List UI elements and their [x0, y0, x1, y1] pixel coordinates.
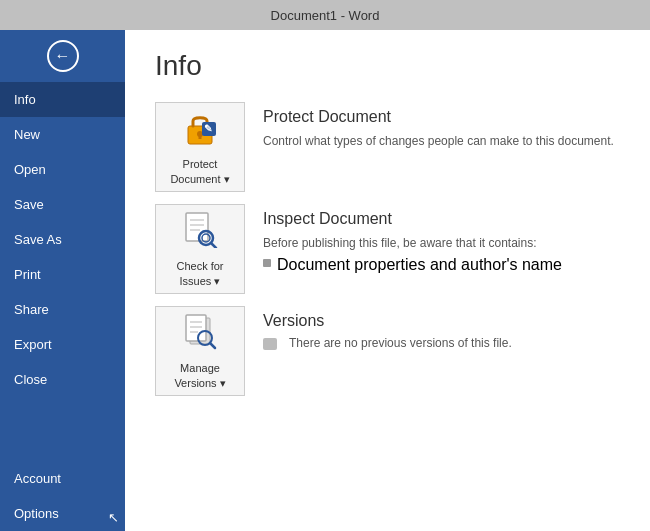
inspect-icon — [182, 210, 218, 255]
protect-doc-desc: Control what types of changes people can… — [263, 132, 620, 150]
protect-doc-text: Protect Document Control what types of c… — [263, 102, 620, 150]
back-button[interactable]: ← — [0, 30, 125, 82]
versions-bullet-icon — [263, 338, 277, 350]
main-layout: ← Info New Open Save Save As Print Share… — [0, 30, 650, 531]
protect-doc-label: ProtectDocument ▾ — [170, 157, 229, 186]
sidebar-item-share[interactable]: Share — [0, 292, 125, 327]
inspect-sub-item: Document properties and author's name — [263, 256, 620, 274]
protect-doc-heading: Protect Document — [263, 108, 620, 126]
check-issues-label: Check forIssues ▾ — [176, 259, 223, 288]
sidebar-label-export: Export — [14, 337, 52, 352]
sidebar-label-new: New — [14, 127, 40, 142]
manage-versions-label: ManageVersions ▾ — [174, 361, 225, 390]
sidebar-item-print[interactable]: Print — [0, 257, 125, 292]
versions-sub-text: There are no previous versions of this f… — [289, 336, 512, 350]
title-bar-text: Document1 - Word — [271, 8, 380, 23]
sidebar-label-print: Print — [14, 267, 41, 282]
title-bar: Document1 - Word — [0, 0, 650, 30]
sidebar-item-options[interactable]: Options ↖ — [0, 496, 125, 531]
page-title: Info — [155, 50, 620, 82]
content-area: Info ✎ — [125, 30, 650, 531]
sidebar: ← Info New Open Save Save As Print Share… — [0, 30, 125, 531]
versions-heading: Versions — [263, 312, 620, 330]
sidebar-item-open[interactable]: Open — [0, 152, 125, 187]
sidebar-label-open: Open — [14, 162, 46, 177]
sidebar-label-share: Share — [14, 302, 49, 317]
bullet-icon — [263, 259, 271, 267]
inspect-doc-heading: Inspect Document — [263, 210, 620, 228]
sidebar-item-save[interactable]: Save — [0, 187, 125, 222]
sidebar-item-account[interactable]: Account — [0, 461, 125, 496]
inspect-doc-desc: Before publishing this file, be aware th… — [263, 234, 620, 252]
back-circle-icon: ← — [47, 40, 79, 72]
inspect-sub-text: Document properties and author's name — [277, 256, 562, 274]
lock-icon: ✎ — [182, 108, 218, 153]
svg-rect-2 — [199, 135, 202, 139]
sidebar-item-info[interactable]: Info — [0, 82, 125, 117]
sidebar-label-info: Info — [14, 92, 36, 107]
versions-card: ManageVersions ▾ Versions There are no p… — [155, 306, 620, 396]
sidebar-label-save: Save — [14, 197, 44, 212]
protect-document-button[interactable]: ✎ ProtectDocument ▾ — [155, 102, 245, 192]
inspect-doc-text: Inspect Document Before publishing this … — [263, 204, 620, 274]
versions-sub-item: There are no previous versions of this f… — [263, 336, 620, 350]
sidebar-label-account: Account — [14, 471, 61, 486]
sidebar-item-close[interactable]: Close — [0, 362, 125, 397]
manage-versions-button[interactable]: ManageVersions ▾ — [155, 306, 245, 396]
svg-line-18 — [210, 343, 215, 348]
protect-document-card: ✎ ProtectDocument ▾ Protect Document Con… — [155, 102, 620, 192]
sidebar-label-save-as: Save As — [14, 232, 62, 247]
svg-line-10 — [211, 243, 216, 248]
svg-text:✎: ✎ — [204, 123, 212, 134]
svg-rect-5 — [186, 213, 208, 241]
versions-text: Versions There are no previous versions … — [263, 306, 620, 350]
svg-rect-13 — [186, 315, 206, 341]
sidebar-spacer — [0, 397, 125, 461]
sidebar-label-close: Close — [14, 372, 47, 387]
sidebar-item-new[interactable]: New — [0, 117, 125, 152]
cursor-icon: ↖ — [108, 510, 119, 525]
versions-icon — [182, 312, 218, 357]
sidebar-item-export[interactable]: Export — [0, 327, 125, 362]
sidebar-item-save-as[interactable]: Save As — [0, 222, 125, 257]
sidebar-label-options: Options — [14, 506, 59, 521]
inspect-document-card: Check forIssues ▾ Inspect Document Befor… — [155, 204, 620, 294]
check-issues-button[interactable]: Check forIssues ▾ — [155, 204, 245, 294]
